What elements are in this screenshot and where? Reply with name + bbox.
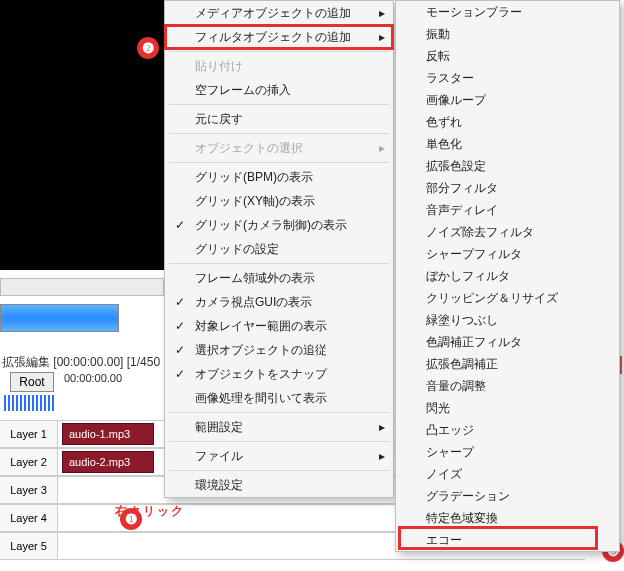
menu-item-label: グリッド(XY軸)の表示 <box>195 193 315 210</box>
submenu-item-label: 振動 <box>426 26 450 43</box>
menu-item[interactable]: ファイル▸ <box>165 444 393 468</box>
menu-item[interactable]: 画像処理を間引いて表示 <box>165 386 393 410</box>
submenu-item[interactable]: 凸エッジ <box>396 419 619 441</box>
menu-item[interactable]: フレーム領域外の表示 <box>165 266 393 290</box>
layer-label: Layer 1 <box>0 421 58 447</box>
submenu-item[interactable]: 単色化 <box>396 133 619 155</box>
submenu-item-label: 画像ループ <box>426 92 486 109</box>
submenu-item-label: ノイズ <box>426 466 462 483</box>
submenu-item[interactable]: 閃光 <box>396 397 619 419</box>
annotation-badge-2: ❷ <box>137 37 159 59</box>
check-icon: ✓ <box>175 218 185 232</box>
context-menu[interactable]: メディアオブジェクトの追加▸フィルタオブジェクトの追加▸貼り付け空フレームの挿入… <box>164 0 394 498</box>
submenu-item-label: グラデーション <box>426 488 510 505</box>
seek-region[interactable] <box>0 304 119 332</box>
menu-item-label: ファイル <box>195 448 243 465</box>
submenu-item-label: 部分フィルタ <box>426 180 498 197</box>
submenu-item[interactable]: シャープフィルタ <box>396 243 619 265</box>
menu-item[interactable]: 空フレームの挿入 <box>165 78 393 102</box>
submenu-item[interactable]: 拡張色設定 <box>396 155 619 177</box>
check-icon: ✓ <box>175 367 185 381</box>
audio-clip[interactable]: audio-1.mp3 <box>62 423 154 445</box>
menu-item-label: グリッド(カメラ制御)の表示 <box>195 217 347 234</box>
submenu-item[interactable]: ノイズ <box>396 463 619 485</box>
root-button-label: Root <box>19 375 44 389</box>
menu-item[interactable]: ✓オブジェクトをスナップ <box>165 362 393 386</box>
submenu-item[interactable]: 振動 <box>396 23 619 45</box>
submenu-item[interactable]: ノイズ除去フィルタ <box>396 221 619 243</box>
layer-label: Layer 3 <box>0 477 58 503</box>
submenu-item-label: シャープ <box>426 444 474 461</box>
menu-item-label: フレーム領域外の表示 <box>195 270 315 287</box>
menu-item[interactable]: ✓対象レイヤー範囲の表示 <box>165 314 393 338</box>
menu-item[interactable]: グリッドの設定 <box>165 237 393 261</box>
submenu-item-label: 凸エッジ <box>426 422 474 439</box>
check-icon: ✓ <box>175 295 185 309</box>
root-button[interactable]: Root <box>10 372 54 392</box>
layer-label: Layer 5 <box>0 533 58 559</box>
annotation-badge-1: ❶ <box>120 508 142 530</box>
menu-item[interactable]: グリッド(BPM)の表示 <box>165 165 393 189</box>
menu-item-label: 環境設定 <box>195 477 243 494</box>
menu-item: 貼り付け <box>165 54 393 78</box>
menu-item: オブジェクトの選択▸ <box>165 136 393 160</box>
submenu-item[interactable]: 色調補正フィルタ <box>396 331 619 353</box>
filter-object-submenu[interactable]: モーションブラー振動反転ラスター画像ループ色ずれ単色化拡張色設定部分フィルタ音声… <box>395 0 620 552</box>
submenu-item-label: ぼかしフィルタ <box>426 268 510 285</box>
status-text: 拡張編集 [00:00:00.00] [1/450 <box>2 354 160 371</box>
audio-clip[interactable]: audio-2.mp3 <box>62 451 154 473</box>
menu-item[interactable]: ✓カメラ視点GUIの表示 <box>165 290 393 314</box>
menu-item-label: 選択オブジェクトの追従 <box>195 342 327 359</box>
menu-item-label: グリッド(BPM)の表示 <box>195 169 313 186</box>
timecode-label: 00:00:00.00 <box>64 372 122 384</box>
menu-item-label: カメラ視点GUIの表示 <box>195 294 312 311</box>
submenu-item[interactable]: 色ずれ <box>396 111 619 133</box>
menu-item[interactable]: 元に戻す <box>165 107 393 131</box>
chevron-right-icon: ▸ <box>379 449 385 463</box>
submenu-item[interactable]: 拡張色調補正 <box>396 353 619 375</box>
submenu-item-label: ノイズ除去フィルタ <box>426 224 534 241</box>
annotation-highlight-3 <box>398 526 598 550</box>
submenu-item[interactable]: 緑塗りつぶし <box>396 309 619 331</box>
submenu-item[interactable]: グラデーション <box>396 485 619 507</box>
menu-item-label: 画像処理を間引いて表示 <box>195 390 327 407</box>
layer-label: Layer 4 <box>0 505 58 531</box>
check-icon: ✓ <box>175 343 185 357</box>
chevron-right-icon: ▸ <box>379 6 385 20</box>
menu-separator <box>169 104 389 105</box>
submenu-item-label: 拡張色設定 <box>426 158 486 175</box>
menu-item[interactable]: グリッド(XY軸)の表示 <box>165 189 393 213</box>
submenu-item-label: 音声ディレイ <box>426 202 498 219</box>
submenu-item[interactable]: 音声ディレイ <box>396 199 619 221</box>
chevron-right-icon: ▸ <box>379 420 385 434</box>
menu-item[interactable]: ✓グリッド(カメラ制御)の表示 <box>165 213 393 237</box>
menu-separator <box>169 162 389 163</box>
layer-label: Layer 2 <box>0 449 58 475</box>
menu-item-label: メディアオブジェクトの追加 <box>195 5 351 22</box>
submenu-item[interactable]: 部分フィルタ <box>396 177 619 199</box>
menu-item[interactable]: 範囲設定▸ <box>165 415 393 439</box>
submenu-item[interactable]: モーションブラー <box>396 1 619 23</box>
submenu-item[interactable]: 画像ループ <box>396 89 619 111</box>
submenu-item-label: 色ずれ <box>426 114 462 131</box>
submenu-item-label: 音量の調整 <box>426 378 486 395</box>
submenu-item-label: 緑塗りつぶし <box>426 312 498 329</box>
menu-item-label: 空フレームの挿入 <box>195 82 291 99</box>
submenu-item[interactable]: ラスター <box>396 67 619 89</box>
menu-item[interactable]: 環境設定 <box>165 473 393 497</box>
menu-item[interactable]: メディアオブジェクトの追加▸ <box>165 1 393 25</box>
check-icon: ✓ <box>175 319 185 333</box>
submenu-item[interactable]: ぼかしフィルタ <box>396 265 619 287</box>
menu-separator <box>169 263 389 264</box>
mini-waveform <box>4 395 56 411</box>
submenu-item-label: 反転 <box>426 48 450 65</box>
submenu-item[interactable]: シャープ <box>396 441 619 463</box>
menu-item[interactable]: ✓選択オブジェクトの追従 <box>165 338 393 362</box>
submenu-item[interactable]: 反転 <box>396 45 619 67</box>
seek-bar-bg <box>0 278 164 296</box>
menu-item-label: グリッドの設定 <box>195 241 279 258</box>
submenu-item-label: 拡張色調補正 <box>426 356 498 373</box>
submenu-item[interactable]: クリッピング＆リサイズ <box>396 287 619 309</box>
submenu-item-label: 閃光 <box>426 400 450 417</box>
submenu-item[interactable]: 音量の調整 <box>396 375 619 397</box>
